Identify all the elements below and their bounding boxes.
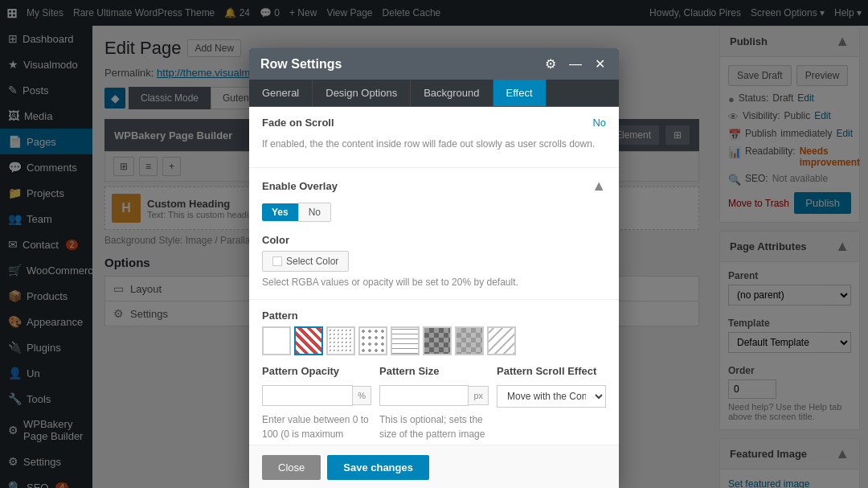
pattern-swatch-checker-dk[interactable] <box>423 326 452 355</box>
color-hint: Select RGBA values or opacity will be se… <box>262 275 606 289</box>
pattern-scroll-field: Pattern Scroll Effect Move with the Cont… <box>497 365 606 445</box>
overlay-no-button[interactable]: No <box>298 203 331 222</box>
pattern-label: Pattern <box>262 310 606 322</box>
row-settings-modal: Row Settings ⚙ — ✕ General Design Option… <box>249 48 619 488</box>
pattern-size-hint: This is optional; sets the size of the p… <box>379 412 489 445</box>
pattern-swatch-none[interactable] <box>262 326 291 355</box>
pattern-swatch-dots-md[interactable] <box>358 326 387 355</box>
modal-close-button[interactable]: ✕ <box>592 56 608 72</box>
tab-general[interactable]: General <box>249 80 313 106</box>
modal-footer: Close Save changes <box>249 445 619 488</box>
pattern-swatch-diagonal[interactable] <box>487 326 516 355</box>
fade-section-header: Fade on Scroll No <box>262 117 606 129</box>
modal-minimize-button[interactable]: — <box>567 57 584 72</box>
pattern-swatch-stripe[interactable] <box>294 326 323 355</box>
overlay-toggle: Yes No <box>262 203 606 222</box>
pattern-size-input[interactable] <box>379 385 469 406</box>
pattern-swatch-dots-sm[interactable] <box>326 326 355 355</box>
pattern-swatch-checker-lt[interactable] <box>455 326 484 355</box>
modal-title: Row Settings <box>260 57 342 72</box>
modal-header-icons: ⚙ — ✕ <box>542 56 608 72</box>
pattern-size-field: Pattern Size px This is optional; sets t… <box>379 365 489 445</box>
pattern-opacity-hint: Enter value between 0 to 100 (0 is maxim… <box>262 412 371 445</box>
overlay-section-header: Enable Overlay ▲ <box>262 178 606 195</box>
pattern-scroll-select[interactable]: Move with the Conten Fixed Parallax <box>497 385 606 408</box>
color-swatch <box>272 256 282 266</box>
overlay-section-title: Enable Overlay <box>262 180 338 192</box>
modal-body: Fade on Scroll No If enabled, the the co… <box>249 107 619 445</box>
pattern-opacity-unit: % <box>353 386 371 405</box>
tab-background[interactable]: Background <box>411 80 493 106</box>
modal-overlay: Row Settings ⚙ — ✕ General Design Option… <box>0 0 868 488</box>
modal-header: Row Settings ⚙ — ✕ <box>249 48 619 80</box>
pattern-size-unit: px <box>469 386 489 405</box>
save-changes-button[interactable]: Save changes <box>327 455 429 480</box>
pattern-opacity-label: Pattern Opacity <box>262 365 371 377</box>
fade-value: No <box>592 117 606 129</box>
overlay-collapse-btn[interactable]: ▲ <box>592 178 606 195</box>
overlay-yes-button[interactable]: Yes <box>262 203 298 221</box>
enable-overlay-section: Enable Overlay ▲ Yes No Color Select Col… <box>249 168 619 300</box>
modal-gear-button[interactable]: ⚙ <box>542 56 559 72</box>
pattern-opacity-field: Pattern Opacity % Enter value between 0 … <box>262 365 371 445</box>
pattern-scroll-label: Pattern Scroll Effect <box>497 365 606 377</box>
fade-hint: If enabled, the the content inside row w… <box>262 133 606 158</box>
fade-on-scroll-section: Fade on Scroll No If enabled, the the co… <box>249 107 619 168</box>
pattern-size-label: Pattern Size <box>379 365 489 377</box>
color-label: Color <box>262 234 606 246</box>
pattern-section: Pattern Pattern Opacity <box>249 300 619 445</box>
select-color-button[interactable]: Select Color <box>262 251 349 272</box>
tab-effect[interactable]: Effect <box>493 80 547 106</box>
fade-label-text: Fade on Scroll <box>262 117 334 129</box>
pattern-swatch-lines[interactable] <box>391 326 420 355</box>
tab-design-options[interactable]: Design Options <box>313 80 411 106</box>
modal-tabs: General Design Options Background Effect <box>249 80 619 107</box>
pattern-swatches <box>262 326 606 355</box>
close-button[interactable]: Close <box>262 455 321 480</box>
pattern-opacity-input[interactable] <box>262 385 353 406</box>
